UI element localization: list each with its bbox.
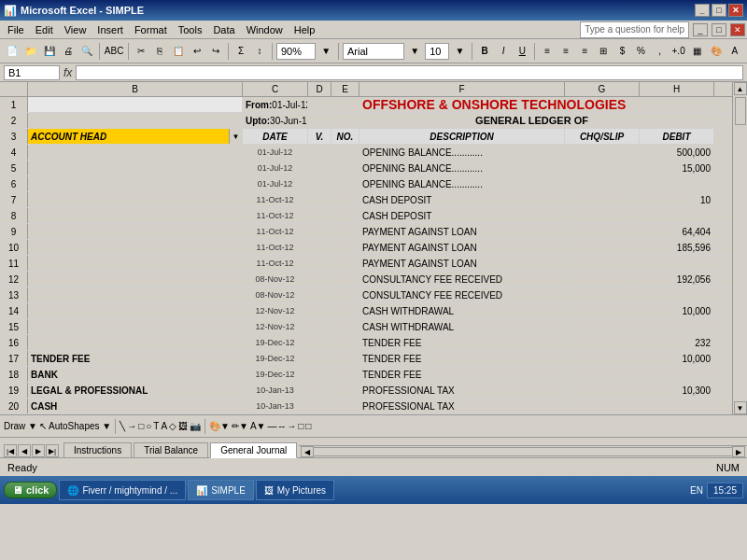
cell-b-20[interactable]: CASH	[28, 399, 243, 413]
tab-last[interactable]: ▶|	[46, 444, 59, 457]
taskbar-simple[interactable]: 📊 SIMPLE	[188, 480, 254, 500]
cell-b-12[interactable]	[28, 272, 243, 287]
cell-desc-18[interactable]: TENDER FEE	[359, 367, 565, 382]
cell-chq-5[interactable]	[565, 161, 640, 175]
cell-no-11[interactable]	[331, 256, 359, 271]
cell-v-12[interactable]	[308, 272, 331, 287]
shadow-tool[interactable]: □	[298, 421, 303, 431]
cell-date-12[interactable]: 08-Nov-12	[243, 272, 308, 287]
menu-tools[interactable]: Tools	[173, 22, 208, 37]
cell-desc-12[interactable]: CONSULTANCY FEE RECEIVED	[359, 272, 565, 287]
cell-date-19[interactable]: 10-Jan-13	[243, 383, 308, 398]
cell-v-17[interactable]	[308, 351, 331, 366]
cell-desc-16[interactable]: TENDER FEE	[359, 335, 565, 350]
textbox-tool[interactable]: T	[153, 421, 159, 431]
tab-next[interactable]: ▶	[32, 444, 45, 457]
cell-b1[interactable]	[28, 97, 243, 112]
3d-tool[interactable]: □	[305, 421, 311, 431]
cell-no-6[interactable]	[331, 176, 359, 191]
cell-chq-14[interactable]	[565, 303, 640, 318]
minimize-button[interactable]: _	[695, 4, 710, 17]
cell-debit-12[interactable]: 192,056	[640, 272, 714, 287]
cell-desc-4[interactable]: OPENING BALANCE............	[359, 145, 565, 160]
cell-desc-10[interactable]: PAYMENT AGAINST LOAN	[359, 240, 565, 255]
font-size-arrow[interactable]: ▼	[451, 41, 468, 62]
cell-f1[interactable]: OFFSHORE & ONSHORE TECHNOLOGIES	[359, 97, 705, 112]
cell-desc-20[interactable]: PROFESSIONAL TAX	[359, 399, 565, 413]
cell-no-18[interactable]	[331, 367, 359, 382]
cell-desc-15[interactable]: CASH WITHDRAWAL	[359, 319, 565, 334]
cell-date-header[interactable]: DATE	[243, 129, 308, 144]
start-button[interactable]: 🖥 click	[4, 482, 57, 498]
line-color-tool[interactable]: ✏▼	[232, 421, 248, 431]
undo-button[interactable]: ↩	[189, 41, 205, 62]
cell-desc-13[interactable]: CONSULTANCY FEE RECEIVED	[359, 287, 565, 302]
font-color-button[interactable]: A	[726, 41, 743, 62]
taskbar-pictures[interactable]: 🖼 My Pictures	[256, 480, 334, 500]
cell-no-4[interactable]	[331, 145, 359, 160]
cell-b-5[interactable]	[28, 161, 243, 175]
menu-view[interactable]: View	[59, 22, 92, 37]
cell-b2[interactable]	[28, 113, 243, 128]
tab-first[interactable]: |◀	[4, 444, 17, 457]
print-preview-button[interactable]: 🔍	[78, 41, 95, 62]
cell-v-5[interactable]	[308, 161, 331, 175]
align-right-button[interactable]: ≡	[576, 41, 593, 62]
account-head-cell[interactable]: ACCOUNT HEAD ▼ (All) (Top 10...) (Custom…	[28, 129, 243, 144]
cell-date-20[interactable]: 10-Jan-13	[243, 399, 308, 413]
cell-debit-6[interactable]	[640, 176, 714, 191]
cell-desc-header[interactable]: DESCRIPTION	[359, 129, 565, 144]
cell-b-10[interactable]	[28, 240, 243, 255]
cell-v-19[interactable]	[308, 383, 331, 398]
formula-input[interactable]	[76, 65, 743, 80]
zoom-select[interactable]: 90%	[276, 43, 316, 60]
sort-asc-button[interactable]: ↕	[251, 41, 268, 62]
close-button[interactable]: ✕	[728, 4, 743, 17]
taskbar-fiverr[interactable]: 🌐 Fiverr / mightymind / ...	[59, 480, 186, 500]
line-style-tool[interactable]: —	[267, 421, 276, 431]
cell-chq-16[interactable]	[565, 335, 640, 350]
cell-b-11[interactable]	[28, 256, 243, 271]
sigma-button[interactable]: Σ	[233, 41, 249, 62]
cell-desc-7[interactable]: CASH DEPOSIT	[359, 192, 565, 207]
cell-chq-18[interactable]	[565, 367, 640, 382]
align-center-button[interactable]: ≡	[557, 41, 574, 62]
cell-v-11[interactable]	[308, 256, 331, 271]
hscroll-left[interactable]: ◀	[301, 446, 314, 457]
col-header-g[interactable]: G	[565, 82, 640, 96]
cell-v-header[interactable]: V.	[308, 129, 331, 144]
rect-tool[interactable]: □	[138, 421, 144, 431]
cell-d2[interactable]	[308, 113, 331, 128]
fill-color-tool[interactable]: 🎨▼	[209, 421, 230, 431]
cell-no-9[interactable]	[331, 224, 359, 239]
new-button[interactable]: 📄	[4, 41, 21, 62]
cell-v-13[interactable]	[308, 287, 331, 302]
dropdown-arrow[interactable]: ▼	[229, 129, 242, 144]
cell-date-6[interactable]: 01-Jul-12	[243, 176, 308, 191]
font-size-select[interactable]: 10	[425, 43, 449, 60]
cell-chq-13[interactable]	[565, 287, 640, 302]
select-arrow[interactable]: ↖	[39, 421, 47, 431]
cell-debit-10[interactable]: 185,596	[640, 240, 714, 255]
cell-v-15[interactable]	[308, 319, 331, 334]
cell-chq-19[interactable]	[565, 383, 640, 398]
ask-question-box[interactable]: Type a question for help	[580, 21, 689, 38]
cell-debit-15[interactable]	[640, 319, 714, 334]
cell-b-19[interactable]: LEGAL & PROFESSIONAL	[28, 383, 243, 398]
cell-no-16[interactable]	[331, 335, 359, 350]
wordart-tool[interactable]: A	[161, 421, 167, 431]
menu-format[interactable]: Format	[129, 22, 173, 37]
cell-v-18[interactable]	[308, 367, 331, 382]
clipart-tool[interactable]: 🖼	[178, 421, 188, 431]
cell-chq-20[interactable]	[565, 399, 640, 413]
cell-debit-16[interactable]: 232	[640, 335, 714, 350]
cell-debit-4[interactable]: 500,000	[640, 145, 714, 160]
cell-debit-header[interactable]: DEBIT	[640, 129, 714, 144]
cell-chq-15[interactable]	[565, 319, 640, 334]
cell-date-13[interactable]: 08-Nov-12	[243, 287, 308, 302]
cell-debit-18[interactable]	[640, 367, 714, 382]
col-header-b[interactable]: B	[28, 82, 243, 96]
arrow-style-tool[interactable]: →	[287, 421, 296, 431]
tab-general-journal[interactable]: General Journal	[210, 442, 297, 458]
col-header-f[interactable]: F	[359, 82, 565, 96]
